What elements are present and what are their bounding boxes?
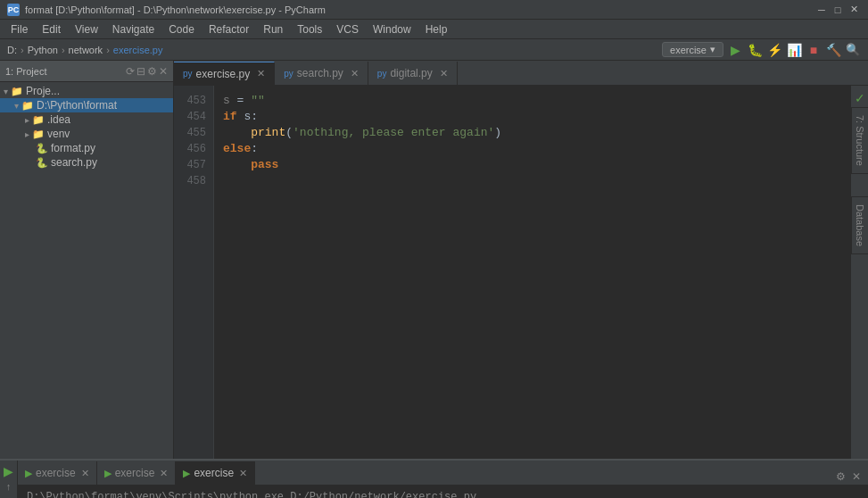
maximize-button[interactable]: □: [831, 3, 845, 17]
run-command-line: D:\Python\format\venv\Scripts\python.exe…: [27, 491, 859, 498]
line-num-457: 457: [174, 157, 213, 173]
structure-panel-tab[interactable]: 7: Structure: [851, 107, 868, 174]
menu-view[interactable]: View: [68, 21, 105, 37]
run-tab-label: exercise: [194, 467, 234, 479]
run-tab-icon: ▶: [104, 468, 112, 479]
menu-refactor[interactable]: Refactor: [202, 21, 256, 37]
code-line-456: else:: [223, 141, 841, 157]
breadcrumb-bar: D: › Python › network › exercise.py exer…: [0, 39, 868, 61]
stop-button[interactable]: ■: [806, 42, 822, 58]
bc-drive[interactable]: D:: [7, 45, 17, 55]
window-controls: ─ □ ✕: [814, 3, 861, 17]
menu-navigate[interactable]: Navigate: [105, 21, 161, 37]
tree-arrow: ▸: [25, 129, 29, 139]
menu-vcs[interactable]: VCS: [329, 21, 366, 37]
database-panel-tab[interactable]: Database: [851, 196, 868, 254]
bc-file[interactable]: exercise.py: [113, 45, 163, 55]
tab-close-icon[interactable]: ✕: [440, 68, 448, 79]
tree-arrow: ▸: [25, 115, 29, 125]
run-tab-close-icon[interactable]: ✕: [81, 468, 89, 479]
project-sync-icon[interactable]: ⟳: [126, 65, 135, 78]
tree-item-project[interactable]: ▾ 📁 Proje...: [0, 84, 173, 98]
tab-close-icon[interactable]: ✕: [257, 68, 265, 79]
code-line-453: s = "": [223, 93, 841, 109]
run-button[interactable]: ▶: [727, 42, 743, 58]
run-config-arrow: ▾: [710, 44, 715, 55]
menubar: File Edit View Navigate Code Refactor Ru…: [0, 20, 868, 39]
run-tab-icon: ▶: [183, 468, 190, 479]
code-line-457: pass: [223, 157, 841, 173]
run-settings-icon[interactable]: ⚙: [834, 469, 847, 485]
project-close-icon[interactable]: ✕: [159, 65, 168, 78]
editor-area: py exercise.py ✕ py search.py ✕ py digit…: [174, 61, 868, 459]
folder-icon: 📁: [11, 86, 23, 97]
tree-item-search-py[interactable]: 🐍 search.py: [0, 155, 173, 170]
run-tab-close-icon[interactable]: ✕: [160, 468, 168, 479]
project-gear-icon[interactable]: ⚙: [147, 65, 157, 78]
folder-icon: 📁: [21, 100, 34, 112]
project-collapse-icon[interactable]: ⊟: [136, 65, 145, 78]
menu-edit[interactable]: Edit: [35, 21, 68, 37]
python-file-icon: 🐍: [36, 157, 48, 169]
run-toolbar-side: ⚙ ✕: [834, 469, 868, 485]
minimize-button[interactable]: ─: [814, 3, 829, 17]
tree-item-format[interactable]: ▾ 📁 D:\Python\format: [0, 98, 173, 112]
project-panel: 1: Project ⟳ ⊟ ⚙ ✕ ▾ 📁 Proje... ▾ 📁 D:\P…: [0, 61, 174, 459]
tree-item-label: D:\Python\format: [37, 99, 117, 112]
tree-item-idea[interactable]: ▸ 📁 .idea: [0, 112, 173, 127]
run-down-icon[interactable]: ↓: [6, 494, 12, 498]
menu-window[interactable]: Window: [366, 21, 418, 37]
run-config-name: exercise: [670, 45, 707, 55]
menu-file[interactable]: File: [4, 21, 35, 37]
run-output: D:\Python\format\venv\Scripts\python.exe…: [18, 486, 868, 498]
bc-sep2: ›: [62, 45, 65, 55]
bc-python[interactable]: Python: [28, 45, 58, 55]
run-tab-0[interactable]: ▶ exercise ✕: [18, 461, 97, 485]
main-content: 1: Project ⟳ ⊟ ⚙ ✕ ▾ 📁 Proje... ▾ 📁 D:\P…: [0, 61, 868, 459]
code-line-458: [223, 173, 841, 189]
run-tab-close-icon[interactable]: ✕: [239, 468, 247, 479]
tab-close-icon[interactable]: ✕: [351, 68, 359, 79]
run-close-panel-icon[interactable]: ✕: [850, 469, 863, 485]
search-everywhere-button[interactable]: 🔍: [845, 42, 861, 58]
menu-help[interactable]: Help: [418, 21, 455, 37]
titlebar: PC format [D:\Python\format] - D:\Python…: [0, 0, 868, 20]
tab-search-py[interactable]: py search.py ✕: [275, 62, 368, 85]
close-button[interactable]: ✕: [847, 3, 861, 17]
run-tab-icon: ▶: [25, 468, 32, 479]
folder-icon: 📁: [32, 129, 45, 140]
run-tab-2[interactable]: ▶ exercise ✕: [176, 461, 255, 485]
bc-network[interactable]: network: [69, 45, 103, 55]
tab-exercise-py[interactable]: py exercise.py ✕: [174, 62, 275, 85]
title-left: PC format [D:\Python\format] - D:\Python…: [7, 4, 326, 16]
tree-arrow: ▾: [14, 101, 19, 111]
menu-run[interactable]: Run: [256, 21, 290, 37]
tree-item-venv[interactable]: ▸ 📁 venv: [0, 127, 173, 141]
code-line-455: print('nothing, please enter again'): [223, 125, 841, 141]
editor-tabs: py exercise.py ✕ py search.py ✕ py digit…: [174, 61, 868, 86]
profile-button[interactable]: 📊: [786, 42, 802, 58]
project-panel-header: 1: Project ⟳ ⊟ ⚙ ✕: [0, 61, 173, 82]
debug-button[interactable]: 🐛: [747, 42, 763, 58]
run-play-icon[interactable]: ▶: [4, 464, 13, 478]
project-header-icons: ⟳ ⊟ ⚙ ✕: [126, 65, 168, 78]
tree-item-label: search.py: [51, 156, 97, 169]
build-button[interactable]: 🔨: [825, 42, 841, 58]
bc-sep3: ›: [106, 45, 110, 55]
line-numbers: 453 454 455 456 457 458: [174, 86, 214, 459]
run-up-icon[interactable]: ↑: [6, 481, 12, 492]
line-num-453: 453: [174, 93, 213, 109]
run-config-selector[interactable]: exercise ▾: [662, 42, 723, 57]
tree-item-format-py[interactable]: 🐍 format.py: [0, 141, 173, 155]
run-tab-label: exercise: [36, 467, 76, 479]
coverage-button[interactable]: ⚡: [766, 42, 782, 58]
tree-item-label: .idea: [47, 113, 70, 126]
menu-tools[interactable]: Tools: [290, 21, 329, 37]
tab-digital-py[interactable]: py digital.py ✕: [368, 62, 458, 85]
run-tab-1[interactable]: ▶ exercise ✕: [97, 461, 177, 485]
code-content[interactable]: s = "" if s: print('nothing, please ente…: [214, 86, 850, 459]
tab-label: digital.py: [390, 67, 432, 79]
menu-code[interactable]: Code: [161, 21, 202, 37]
window-title: format [D:\Python\format] - D:\Python\ne…: [25, 4, 326, 15]
code-editor: 453 454 455 456 457 458 s = "" if s: pri…: [174, 86, 868, 459]
